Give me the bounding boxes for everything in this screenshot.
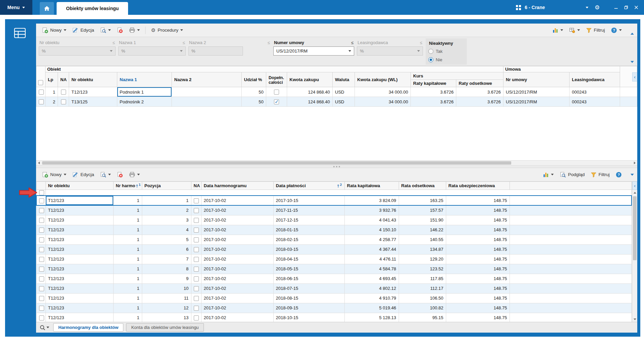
cell-na[interactable] [191,264,201,274]
col-rata-ubezpieczeniowa[interactable]: Rata ubezpieczeniowa [446,182,510,190]
cell-pozycja[interactable]: 9 [142,274,191,283]
filter-select-nazwa1[interactable]: % [118,46,186,56]
cell-nr-obiektu[interactable]: T13/125 [69,97,117,107]
row-select-cell[interactable] [36,293,45,303]
cell-rata-kapitalowa[interactable]: 5 128.13 [344,313,399,322]
col-raty-odsetkowe[interactable]: Raty odsetkowe [456,80,503,87]
col-rata-kapitalowa[interactable]: Rata kapitałowa [344,182,399,190]
cell-raty-kapitalowe[interactable]: 3.6726 [411,97,456,107]
titlebar-dropdown-button[interactable] [582,2,592,12]
cell-na[interactable] [191,215,201,225]
preview-button[interactable]: Podgląd [557,170,587,179]
cell-na[interactable] [191,293,201,303]
cell-rata-kapitalowa[interactable]: 4 476.11 [344,254,399,264]
scrollbar-thumb[interactable] [42,161,511,165]
col-raty-kapitalowe[interactable]: Raty kapitałowe [411,80,456,87]
scroll-down-arrow[interactable] [632,316,637,322]
na-checkbox[interactable] [194,286,199,291]
cell-na[interactable] [191,254,201,264]
new-button[interactable]: Nowy [39,26,69,35]
schedule-row[interactable]: T12/123 1 13 2017-10-02 2018-10-15 5 128… [36,313,632,322]
settings-button[interactable]: ⚙ [592,2,602,12]
scroll-left-arrow[interactable] [36,161,41,165]
menu-button[interactable]: Menu [0,0,32,15]
scrollbar-thumb[interactable] [633,196,637,260]
schedule-row[interactable]: T12/123 1 7 2017-10-02 2018-04-15 4 476.… [36,254,632,264]
cell-rata-kapitalowa[interactable]: 4 258.77 [344,235,399,244]
row-checkbox[interactable] [39,218,44,223]
procedures-button[interactable]: ⚙ Procedury [148,26,186,35]
col-nr-umowy[interactable]: Nr umowy [503,72,570,87]
cell-udzial[interactable]: 50 [242,97,266,107]
na-checkbox[interactable] [194,306,199,311]
schedule-row[interactable]: T12/123 1 6 2017-10-02 2018-03-15 4 367.… [36,244,632,254]
cell-pozycja[interactable]: 2 [142,205,191,215]
cell-kwota-zakupu-wl[interactable]: 34 000.00 [355,97,411,107]
row-checkbox[interactable] [39,267,44,272]
new-button[interactable]: Nowy [39,170,69,179]
cell-data-platnosci[interactable]: 2017-10-15 [273,196,344,205]
row-checkbox[interactable] [39,90,44,95]
col-data-platnosci[interactable]: Data płatności ↑2 [273,182,344,190]
cell-data-platnosci[interactable]: 2018-05-15 [273,264,344,274]
cell-nr-obiektu[interactable]: T12/123 [45,293,113,303]
col-nr-harmonogramu[interactable]: Nr harmo ↑1 [113,182,142,190]
na-checkbox[interactable] [194,315,199,320]
cell-rata-odsetkowa[interactable]: 123.52 [399,264,446,274]
select-all-checkbox[interactable] [39,190,44,195]
cell-lp[interactable]: 2 [45,97,58,107]
select-all-checkbox[interactable] [38,80,43,85]
cell-rata-odsetkowa[interactable]: 95.15 [399,313,446,322]
object-row[interactable]: 2 T13/125 Podnośnik 2 50 124 868.40 USD … [36,97,637,107]
print-button[interactable] [126,170,143,179]
col-nazwa1-sorted[interactable]: Nazwa 1 [117,72,172,87]
col-waluta[interactable]: Waluta [333,72,355,87]
na-checkbox[interactable] [194,237,199,242]
filter-select-numer-umowy[interactable]: US/12/2017/RM [273,46,354,56]
help-button[interactable]: ? [613,170,624,179]
cell-data-platnosci[interactable]: 2018-10-15 [273,313,344,322]
cell-data-harmonogramu[interactable]: 2017-10-02 [201,283,273,293]
cell-data-harmonogramu[interactable]: 2017-10-02 [201,313,273,322]
row-select-cell[interactable] [36,225,45,235]
filter-op-button[interactable]: ≤ [351,40,354,45]
cell-pozycja[interactable]: 8 [142,264,191,274]
cell-raty-odsetkowe[interactable]: 3.6726 [456,97,503,107]
collapse-panel-button[interactable]: ‹ [632,72,637,81]
cell-nazwa1[interactable]: Podnośnik 1 [117,87,172,97]
expand-filter-button[interactable] [628,60,636,64]
cell-na[interactable] [191,205,201,215]
close-button[interactable] [631,2,641,12]
cell-na[interactable] [191,196,201,205]
tab-obiekty-umow-leasingu[interactable]: Obiekty umów leasingu [57,2,128,15]
col-kurs-group[interactable]: Kurs [411,72,503,80]
edit-button[interactable]: Edycja [70,26,97,35]
col-kwota-zakupu[interactable]: Kwota zakupu [287,72,333,87]
col-nr-obiektu[interactable]: Nr obiektu [69,72,117,87]
schedule-row[interactable]: T12/123 1 1 2017-10-02 2017-10-15 3 824.… [36,196,632,205]
cell-rata-odsetkowa[interactable]: 146.22 [399,225,446,235]
row-checkbox[interactable] [39,247,44,252]
cell-na[interactable] [191,244,201,254]
cell-rata-ubezpieczeniowa[interactable]: 148.75 [446,196,510,205]
object-row[interactable]: 1 T12/123 Podnośnik 1 50 124 868.40 USD … [36,87,637,97]
cell-rata-kapitalowa[interactable]: 4 910.79 [344,293,399,303]
cell-rata-ubezpieczeniowa[interactable]: 148.75 [446,215,510,225]
cell-rata-kapitalowa[interactable]: 4 802.12 [344,283,399,293]
cell-nr-harmonogramu[interactable]: 1 [113,313,142,322]
na-checkbox[interactable] [194,218,199,223]
cell-leasingodawca[interactable]: 000243 [570,87,620,97]
cell-rata-kapitalowa[interactable]: 4 150.10 [344,225,399,235]
delete-button[interactable] [114,170,126,179]
cell-leasingodawca[interactable]: 000243 [570,97,620,107]
vertical-scrollbar[interactable]: ‹ [632,181,637,322]
cell-nr-obiektu[interactable]: T12/123 [45,254,113,264]
cell-data-platnosci[interactable]: 2018-07-15 [273,283,344,293]
na-checkbox[interactable] [194,276,199,281]
filter-select-nr-obiektu[interactable]: % [39,46,116,56]
cell-rata-ubezpieczeniowa[interactable]: 148.75 [446,293,510,303]
cell-pozycja[interactable]: 7 [142,254,191,264]
radio-nie[interactable]: Nie [428,56,464,64]
cell-rata-kapitalowa[interactable]: 3 932.76 [344,205,399,215]
row-select-cell[interactable] [36,274,45,283]
